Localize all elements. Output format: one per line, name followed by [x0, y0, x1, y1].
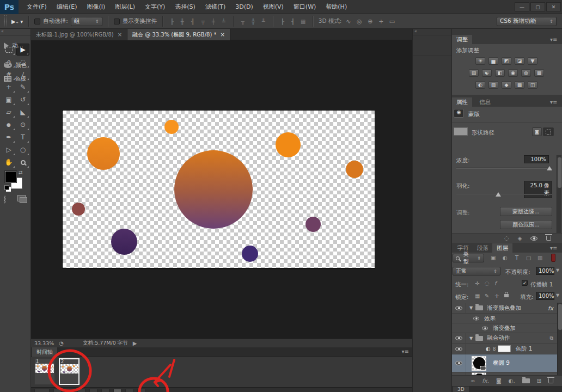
feather-value[interactable]: 25.0 像素	[524, 181, 552, 198]
photo-filter-icon[interactable]: ◉	[508, 69, 518, 77]
align-top-icon[interactable]: ╟	[168, 19, 176, 24]
layers-scrollbar[interactable]	[557, 303, 562, 375]
filter-smart-objects-icon[interactable]: ▥	[537, 255, 542, 261]
delete-mask-icon[interactable]	[546, 236, 551, 241]
brightness-contrast-icon[interactable]: ☀	[475, 57, 485, 65]
maximize-button[interactable]: ▢	[530, 2, 545, 11]
align-left-icon[interactable]: ╤	[199, 19, 207, 24]
invert-icon[interactable]: ◐	[475, 81, 485, 89]
adjustments-panel-menu-icon[interactable]: ▾≡	[550, 36, 557, 42]
move-tool-preset-icon[interactable]: ▶₊ ▾	[11, 19, 23, 24]
menu-3d[interactable]: 3D(D)	[230, 0, 258, 14]
hand-tool[interactable]: ✋	[2, 156, 15, 168]
swatches-panel-button[interactable]: 色板	[0, 72, 39, 85]
feather-slider[interactable]	[456, 194, 552, 195]
screen-mode-button[interactable]	[17, 195, 26, 201]
paint-bucket-tool[interactable]: ◣	[16, 106, 29, 118]
delete-frame-button[interactable]	[125, 389, 133, 392]
history-brush-tool[interactable]: ↺	[16, 94, 29, 106]
menu-type[interactable]: 文字(Y)	[140, 0, 170, 14]
doc-tab-close-icon[interactable]: ×	[118, 32, 122, 38]
density-value[interactable]: 100%	[524, 155, 549, 163]
path-selection-tool[interactable]: ▷	[2, 144, 15, 156]
new-layer-icon[interactable]: ⊞	[537, 378, 541, 384]
properties-scrollbar[interactable]	[557, 155, 561, 233]
align-right-icon[interactable]: ╧	[220, 19, 228, 24]
tween-button[interactable]	[101, 389, 109, 392]
timeline-panel-menu-icon[interactable]: ▾≡	[402, 348, 409, 354]
show-transform-checkbox[interactable]	[114, 19, 120, 24]
tab-adjustments[interactable]: 调整	[452, 35, 472, 44]
align-hcenter-icon[interactable]: ╪	[210, 19, 217, 24]
menu-help[interactable]: 帮助(H)	[321, 0, 352, 14]
new-group-icon[interactable]	[522, 378, 530, 383]
visibility-eye-icon[interactable]	[455, 361, 462, 365]
black-white-icon[interactable]: ◧	[495, 69, 505, 77]
mask-edge-button[interactable]: 蒙版边缘...	[500, 207, 552, 216]
distribute-vcenter-icon[interactable]: ╬	[249, 19, 257, 24]
pixel-mask-button[interactable]: ◙	[532, 127, 542, 136]
play-button[interactable]	[77, 389, 85, 392]
load-selection-icon[interactable]: ◌	[504, 235, 509, 241]
layer-effects-header[interactable]: 效果	[452, 314, 558, 323]
menu-view[interactable]: 视图(V)	[258, 0, 289, 14]
mask-thumbnail[interactable]	[498, 345, 511, 352]
eraser-tool[interactable]: ▱	[2, 106, 15, 118]
lock-transparent-icon[interactable]: ▦	[475, 293, 480, 299]
new-adjustment-icon[interactable]: ◐.	[509, 378, 515, 384]
lock-all-icon[interactable]	[504, 294, 509, 297]
properties-panel-menu-icon[interactable]: ▾≡	[550, 99, 557, 105]
feather-slider-thumb[interactable]	[496, 192, 501, 197]
lock-pixels-icon[interactable]: ✎	[485, 293, 489, 299]
actions-panel-button[interactable]: 动...	[0, 39, 39, 52]
tab-layers[interactable]: 图层	[492, 243, 512, 253]
menu-filter[interactable]: 滤镜(T)	[200, 0, 230, 14]
layers-panel-menu-icon[interactable]: ▾≡	[550, 245, 557, 251]
rail-collapse-button[interactable]: «	[413, 29, 451, 35]
visibility-eye-icon[interactable]	[455, 336, 462, 340]
visibility-eye-icon[interactable]	[455, 306, 462, 310]
ellipse-tool[interactable]: ○	[16, 144, 29, 156]
quick-mask-button[interactable]	[4, 196, 5, 203]
filter-shape-layers-icon[interactable]: ▢	[526, 255, 531, 261]
tab-properties[interactable]: 属性	[452, 97, 472, 107]
distribute-bottom-icon[interactable]: ╨	[260, 19, 267, 24]
next-frame-button[interactable]	[89, 389, 97, 392]
color-range-button[interactable]: 颜色范围...	[500, 220, 552, 229]
lock-position-icon[interactable]: ✛	[494, 293, 499, 299]
3d-drag-icon[interactable]: ⊕	[366, 18, 374, 25]
doc-tab-ronghe[interactable]: 融合 @ 33.3% (椭圆 9, RGB/8) * ×	[127, 29, 230, 40]
menu-select[interactable]: 选择(S)	[170, 0, 200, 14]
menu-edit[interactable]: 编辑(E)	[52, 0, 82, 14]
doc-tab-close-icon[interactable]: ×	[221, 32, 225, 38]
color-balance-icon[interactable]: ☯	[482, 69, 492, 77]
tab-info[interactable]: 信息	[475, 97, 495, 107]
fill-value[interactable]: 100%	[536, 292, 554, 300]
canvas[interactable]	[63, 111, 375, 268]
clone-stamp-tool[interactable]: ▣	[2, 94, 15, 106]
opacity-value[interactable]: 100%	[536, 267, 554, 275]
visibility-eye-icon[interactable]	[455, 347, 462, 351]
layer-thumbnail[interactable]	[472, 356, 486, 371]
tab-3d[interactable]: 3D	[453, 387, 469, 392]
pen-tool[interactable]: ✒	[2, 131, 15, 143]
vector-mask-button[interactable]	[543, 127, 554, 136]
minimize-button[interactable]: —	[515, 2, 529, 11]
first-frame-button[interactable]	[53, 389, 62, 392]
close-button[interactable]: ✕	[546, 2, 561, 11]
status-flyout-arrow-icon[interactable]: ▶	[133, 340, 137, 346]
auto-align-icon[interactable]: ▦	[300, 19, 307, 24]
curves-icon[interactable]: ◩	[502, 57, 511, 65]
vibrance-icon[interactable]: ▼	[528, 57, 537, 65]
layer-filter-dropdown[interactable]: 类型 ⇕	[453, 254, 484, 262]
gradient-map-icon[interactable]: ◫	[528, 81, 537, 89]
layer-levels-1[interactable]: ◐ 8 色阶 1	[452, 344, 558, 354]
filter-pixel-layers-icon[interactable]: ▣	[491, 255, 496, 261]
add-mask-icon[interactable]: ◙	[496, 378, 502, 384]
frame-2-selected[interactable]: 2	[59, 358, 80, 385]
link-layers-icon[interactable]: ∞	[471, 378, 475, 384]
zoom-tool[interactable]	[16, 156, 29, 168]
auto-select-checkbox[interactable]	[34, 19, 40, 24]
expand-arrow-icon[interactable]: ▼	[469, 305, 473, 310]
selective-color-icon[interactable]: ▩	[515, 81, 524, 89]
